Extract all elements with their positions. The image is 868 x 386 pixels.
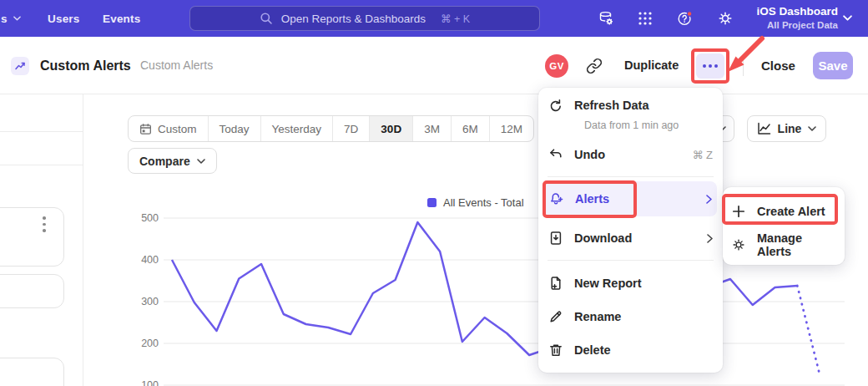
chevron-down-icon <box>808 126 816 131</box>
kebab-menu-icon[interactable] <box>43 216 46 236</box>
y-axis-tick: 400 <box>125 254 159 266</box>
y-axis-tick: 500 <box>125 212 159 224</box>
sidebar-divider <box>0 131 83 132</box>
top-navigation-bar: s Users Events Open Reports & Dashboards… <box>0 0 868 37</box>
range-yesterday[interactable]: Yesterday <box>261 116 334 141</box>
help-icon[interactable] <box>677 10 694 27</box>
project-name: iOS Dashboard <box>734 4 838 19</box>
range-3m[interactable]: 3M <box>413 116 452 141</box>
new-report-icon <box>548 276 563 291</box>
compare-button[interactable]: Compare <box>128 148 217 174</box>
page-title: Custom Alerts <box>40 37 131 94</box>
report-header: Custom Alerts Custom Alerts GV Duplicate… <box>0 37 868 94</box>
range-12m[interactable]: 12M <box>490 116 533 141</box>
data-management-icon[interactable] <box>598 10 614 27</box>
report-chart-icon <box>11 57 29 75</box>
search-shortcut: ⌘ + K <box>441 13 470 25</box>
more-options-menu: Refresh Data Data from 1 min ago Undo ⌘ … <box>538 88 723 373</box>
project-scope: All Project Data <box>734 19 838 32</box>
menu-item-download[interactable]: Download <box>548 224 713 252</box>
menu-item-refresh-data[interactable]: Refresh Data Data from 1 min ago <box>548 94 713 131</box>
nav-item-boards-partial[interactable]: s <box>1 0 21 37</box>
apps-grid-icon[interactable] <box>637 10 654 27</box>
chevron-right-icon <box>706 195 712 204</box>
alerts-submenu: Create Alert Manage Alerts <box>723 187 845 265</box>
menu-item-delete[interactable]: Delete <box>548 336 713 364</box>
bell-plus-icon <box>549 191 564 206</box>
pencil-icon <box>548 309 563 324</box>
close-button[interactable]: Close <box>761 37 795 94</box>
legend-label: All Events - Total <box>443 196 524 209</box>
chevron-down-icon <box>13 16 21 21</box>
y-axis-tick: 200 <box>125 338 159 349</box>
legend-swatch <box>427 198 437 207</box>
nav-item-events[interactable]: Events <box>103 0 140 37</box>
range-custom[interactable]: Custom <box>129 116 209 141</box>
y-axis-tick: 300 <box>125 296 159 307</box>
download-icon <box>548 231 563 246</box>
menu-item-undo[interactable]: Undo ⌘ Z <box>548 140 713 169</box>
submenu-item-create-alert[interactable]: Create Alert <box>731 197 836 226</box>
sidebar-border <box>83 94 83 386</box>
copy-link-icon[interactable] <box>586 58 603 74</box>
project-switcher[interactable]: iOS Dashboard All Project Data <box>734 4 838 32</box>
query-card[interactable] <box>0 274 64 308</box>
breadcrumb: Custom Alerts <box>140 37 213 94</box>
submenu-item-manage-alerts[interactable]: Manage Alerts <box>731 231 836 259</box>
menu-item-rename[interactable]: Rename <box>548 302 713 331</box>
chart-legend: All Events - Total <box>427 196 524 209</box>
more-options-button[interactable] <box>696 53 724 79</box>
menu-item-new-report[interactable]: New Report <box>548 269 713 297</box>
line-chart-icon <box>757 122 771 135</box>
chart-type-button[interactable]: Line <box>747 115 826 142</box>
y-axis-tick: 100 <box>125 379 159 386</box>
nav-item-users[interactable]: Users <box>48 0 80 37</box>
calendar-icon <box>139 123 152 135</box>
chevron-down-icon <box>197 159 205 164</box>
plus-icon <box>731 204 746 219</box>
query-card[interactable] <box>0 358 64 386</box>
range-7d[interactable]: 7D <box>333 116 370 141</box>
menu-item-alerts[interactable]: Alerts <box>544 181 717 216</box>
menu-divider <box>548 176 714 177</box>
avatar[interactable]: GV <box>545 54 568 78</box>
range-30d-selected[interactable]: 30D <box>370 116 413 141</box>
refresh-subtext: Data from 1 min ago <box>584 119 679 131</box>
range-today[interactable]: Today <box>209 116 261 141</box>
chevron-right-icon <box>707 234 713 243</box>
line-series-dotted-tail <box>797 286 820 374</box>
global-search-bar[interactable]: Open Reports & Dashboards ⌘ + K <box>189 6 540 31</box>
menu-divider <box>548 260 714 261</box>
date-range-picker: Custom Today Yesterday 7D 30D 3M 6M 12M <box>128 115 534 142</box>
range-6m[interactable]: 6M <box>452 116 490 141</box>
trash-icon <box>548 343 563 358</box>
search-placeholder: Open Reports & Dashboards <box>281 13 426 25</box>
search-icon <box>260 12 273 25</box>
undo-shortcut: ⌘ Z <box>692 149 713 161</box>
save-button[interactable]: Save <box>813 52 853 79</box>
gear-icon <box>731 237 746 252</box>
header-divider <box>743 56 744 76</box>
undo-icon <box>548 147 563 162</box>
chevron-down-icon[interactable] <box>843 15 852 21</box>
sidebar-divider <box>0 165 83 165</box>
query-card[interactable] <box>0 207 64 267</box>
settings-gear-icon[interactable] <box>717 10 734 27</box>
refresh-icon <box>548 99 563 114</box>
duplicate-button[interactable]: Duplicate <box>624 37 679 94</box>
